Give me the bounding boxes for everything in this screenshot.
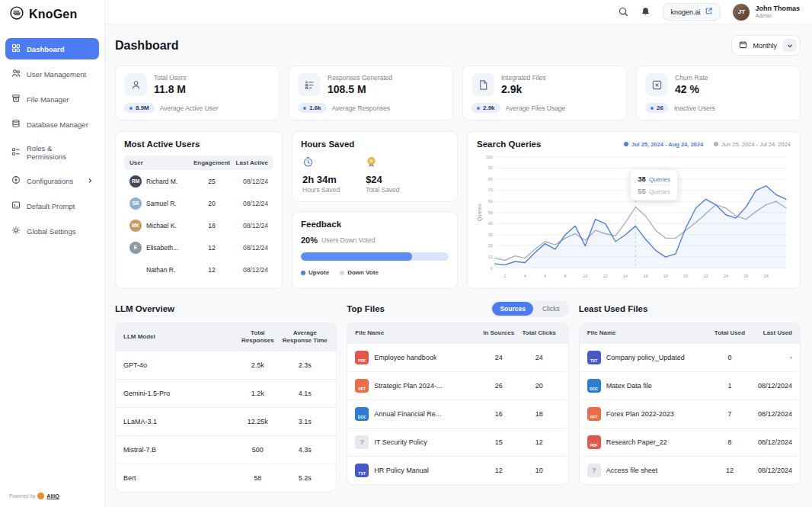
sidebar-item-file-manager[interactable]: File Manager	[5, 88, 99, 110]
user-menu[interactable]: JT John Thomas Admin	[733, 4, 800, 21]
most-active-users-card: Most Active Users User Engagement Last A…	[115, 131, 283, 289]
table-row[interactable]: EElisabeth... 12 08/12/24	[124, 236, 273, 258]
sidebar-item-dashboard[interactable]: Dashboard	[5, 38, 99, 59]
brand-name: KnoGen	[29, 8, 77, 21]
legend-current-period[interactable]: Jul 25, 2024 - Aug 24, 2024	[624, 141, 703, 148]
table-row[interactable]: PPTStrategic Plan 2024-... 2620	[347, 371, 567, 400]
stat-badge-label: Inactive Users	[674, 104, 715, 112]
domain-button[interactable]: knogen.ai	[663, 3, 721, 21]
stat-label: Integrated Files	[501, 74, 546, 82]
user-name: John Thomas	[755, 5, 800, 13]
svg-text:60: 60	[488, 199, 493, 204]
bell-icon[interactable]	[641, 7, 651, 17]
table-header: User Engagement Last Active	[124, 156, 273, 170]
sidebar-item-configurations[interactable]: Configurations	[5, 170, 99, 191]
search-icon[interactable]	[619, 7, 628, 17]
stat-value: 42 %	[675, 83, 708, 95]
svg-text:70: 70	[488, 188, 493, 192]
table-row[interactable]: PDFEmployee handbook 2424	[347, 343, 567, 371]
sidebar-item-label: User Management	[27, 70, 86, 79]
table-row[interactable]: GPT-4o2.5k2.3s	[116, 351, 336, 379]
table-row[interactable]: Gemini-1.5-Pro1.2k4.1s	[116, 379, 336, 407]
file-icon	[472, 73, 494, 96]
period-label: Monthly	[753, 42, 777, 50]
table-row[interactable]: NRNathan R. 12 08/12/24	[124, 258, 273, 281]
table-row[interactable]: ?Access file sheet 1208/12/2024	[580, 456, 800, 484]
downvote-label: Users Down Voted	[321, 236, 375, 244]
brand-logo[interactable]: KnoGen	[0, 0, 104, 29]
calendar-icon	[739, 40, 747, 50]
sidebar-item-default-prompt[interactable]: Default Prompt	[5, 195, 99, 217]
external-link-icon	[705, 7, 713, 17]
svg-text:10: 10	[488, 255, 493, 259]
table-row[interactable]: MKMichael K. 18 08/12/24	[124, 214, 273, 236]
avatar: NR	[129, 264, 142, 276]
stat-card-integrated-files: Integrated Files 2.9k 2.9k Average Files…	[462, 66, 627, 120]
chevron-down-icon[interactable]	[782, 39, 797, 52]
table-row[interactable]: DOCAnnual Financial Re... 1618	[347, 400, 567, 428]
stat-card-total-users: Total Users 11.8 M 8.9M Average Active U…	[115, 66, 280, 120]
svg-text:10: 10	[583, 274, 587, 278]
feedback-bar-fill	[301, 252, 412, 261]
stat-value: 108.5 M	[328, 83, 392, 95]
sidebar-item-label: Dashboard	[27, 45, 65, 53]
avatar: RM	[129, 175, 142, 188]
file-type-icon: PDF	[587, 435, 601, 449]
table-row[interactable]: DOCMatex Data file 108/12/2024	[580, 371, 800, 400]
stat-label: Responses Generated	[328, 74, 392, 82]
clock-icon	[302, 157, 314, 170]
database-icon	[11, 119, 21, 130]
atliq-link[interactable]: AtliQ	[46, 493, 59, 499]
table-row[interactable]: Bert585.2s	[116, 464, 336, 492]
queries-chart[interactable]: 0102030405060708090100246810121416182022…	[477, 151, 791, 281]
tab-clicks[interactable]: Clicks	[535, 302, 567, 316]
most-active-users-table: User Engagement Last Active RMRichard M.…	[124, 156, 273, 281]
table-header: LLM Model Total Responses Average Respon…	[116, 323, 336, 351]
configurations-icon	[11, 175, 21, 186]
card-title: Most Active Users	[124, 140, 273, 149]
avatar: E	[129, 242, 142, 254]
tab-sources[interactable]: Sources	[492, 302, 533, 316]
table-row[interactable]: PPTForex Plan 2022-2023 708/12/2024	[580, 400, 800, 428]
avatar: SR	[129, 197, 142, 210]
svg-text:30: 30	[488, 233, 493, 237]
total-saved-stat: $ $24 Total Saved	[366, 156, 399, 194]
file-type-icon: TXT	[355, 464, 369, 477]
least-used-files-section: Least Used Files File Name Total Used La…	[579, 300, 801, 493]
stat-badge: 1.6k	[298, 103, 327, 113]
sidebar-item-roles-permissions[interactable]: Roles & Permissions	[5, 139, 99, 166]
sidebar-item-user-management[interactable]: User Management	[5, 63, 99, 85]
file-type-icon: PPT	[587, 407, 601, 421]
sidebar-item-label: Default Prompt	[27, 202, 75, 210]
table-row[interactable]: SRSamuel R. 20 08/12/24	[124, 192, 273, 214]
powered-by-label: Powered by	[9, 493, 35, 499]
table-header: File Name Total Used Last Used	[580, 323, 800, 343]
knogen-logo-icon	[9, 5, 24, 24]
svg-text:14: 14	[623, 274, 628, 278]
churn-icon	[645, 73, 668, 96]
table-row[interactable]: LLaMA-3.112.25k3.1s	[116, 407, 336, 435]
legend-previous-period[interactable]: Jun 25, 2024 - Jul 24, 2024	[714, 141, 791, 148]
svg-text:20: 20	[488, 243, 493, 248]
atliq-logo-icon	[37, 493, 44, 499]
table-row[interactable]: TXTCompany policy_Updated 0-	[580, 343, 800, 371]
table-row[interactable]: Mistral-7.B5004.3s	[116, 435, 336, 464]
llm-overview-section: LLM Overview LLM Model Total Responses A…	[115, 300, 337, 493]
table-row[interactable]: PDFResearch Paper_22 808/12/2024	[580, 428, 800, 456]
card-title: Feedback	[301, 220, 449, 229]
table-header: File Name In Sources Total Clicks	[347, 323, 567, 343]
stat-badge-label: Average Files Usage	[506, 104, 566, 112]
table-row[interactable]: TXTHR Policy Manual 1210	[347, 456, 567, 484]
sidebar-item-label: Database Manager	[27, 120, 88, 129]
downvote-percent: 20%	[301, 236, 318, 245]
domain-label: knogen.ai	[670, 8, 700, 16]
table-row[interactable]: ?IT Security Policy 1512	[347, 428, 567, 456]
table-row[interactable]: RMRichard M. 25 08/12/24	[124, 170, 273, 192]
sidebar-item-global-settings[interactable]: Global Settings	[5, 220, 99, 242]
avatar: MK	[129, 220, 142, 232]
sidebar-item-database-manager[interactable]: Database Manager	[5, 114, 99, 135]
stat-card-churn-rate: Churn Rate 42 % 26 Inactive Users	[636, 66, 801, 120]
section-title: Top Files	[347, 304, 385, 313]
stat-badge: 8.9M	[124, 103, 155, 113]
period-selector[interactable]: Monthly	[731, 35, 801, 56]
